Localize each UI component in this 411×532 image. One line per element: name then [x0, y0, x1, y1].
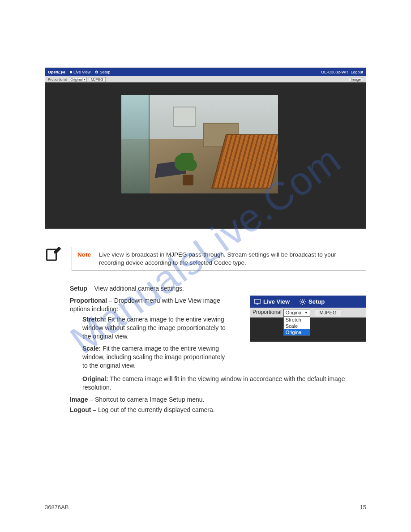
option-original[interactable]: Original [284, 329, 310, 335]
app-screenshot: OpenEye ■ Live View ✿ Setup OE-C3082-WR … [45, 68, 366, 229]
setup-line: Setup – View additional camera settings. [70, 284, 366, 293]
svg-point-3 [302, 301, 304, 303]
inset-titlebar: Live View Setup [250, 296, 366, 308]
logout-line: Logout – Log out of the currently displa… [70, 406, 366, 414]
edit-icon [45, 247, 61, 264]
brand-logo: OpenEye [48, 70, 65, 74]
note-box: Note Live view is broadcast in MJPEG pas… [72, 247, 366, 271]
image-button[interactable]: Image [349, 77, 363, 82]
model-label: OE-C3082-WR [321, 70, 348, 74]
app-titlebar: OpenEye ■ Live View ✿ Setup OE-C3082-WR … [45, 68, 366, 76]
nav-setup[interactable]: ✿ Setup [95, 70, 110, 74]
header-rule [45, 54, 366, 54]
proportional-line: Proportional – Dropdown menu with Live V… [70, 296, 241, 313]
note-label: Note [77, 251, 91, 267]
camera-view [121, 95, 278, 193]
svg-rect-2 [257, 304, 258, 305]
option-stretch[interactable]: Stretch [284, 317, 310, 323]
monitor-icon [254, 299, 261, 305]
inset-proportional-select[interactable]: Original▼ [283, 309, 310, 316]
doc-id: 36876AB [45, 504, 69, 511]
original-line: Original: The camera image will fit in t… [82, 375, 366, 392]
option-scale[interactable]: Scale [284, 323, 310, 329]
note-text: Live view is broadcast in MJPEG pass-thr… [99, 251, 360, 267]
nav-live-view[interactable]: ■ Live View [70, 70, 90, 74]
inset-toolbar: Proportional Original▼ Stretch Scale Ori… [250, 308, 366, 317]
image-line: Image – Shortcut to camera Image Setup m… [70, 395, 366, 404]
mjpeg-button[interactable]: MJPEG [89, 77, 106, 82]
inset-proportional-label: Proportional [253, 309, 282, 315]
inset-mjpeg-button[interactable]: MJPEG [315, 309, 342, 316]
logout-link[interactable]: Logout [351, 70, 363, 74]
inset-screenshot: Live View Setup Proportional Original▼ [250, 296, 366, 342]
page-number: 15 [360, 504, 366, 511]
stretch-line: Stretch: Fit the camera image to the ent… [82, 315, 230, 341]
gear-icon [300, 299, 306, 305]
proportional-label: Proportional [48, 77, 67, 82]
svg-rect-1 [254, 299, 261, 303]
app-toolbar: Proportional Original ▾ MJPEG Image [45, 76, 366, 82]
inset-proportional-dropdown[interactable]: Stretch Scale Original [283, 316, 310, 336]
inset-nav-live[interactable]: Live View [254, 298, 290, 305]
inset-nav-setup[interactable]: Setup [300, 298, 325, 305]
scale-line: Scale: Fit the camera image to the entir… [82, 344, 230, 370]
proportional-select[interactable]: Original ▾ [69, 77, 87, 82]
